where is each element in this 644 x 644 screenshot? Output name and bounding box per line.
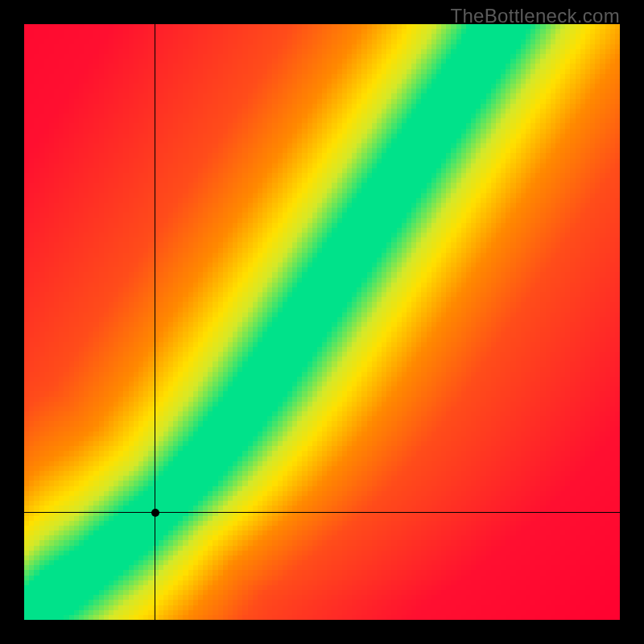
heatmap-canvas [24,24,620,620]
crosshair-vertical [155,24,155,620]
heatmap-plot [24,24,620,620]
crosshair-horizontal [24,512,620,513]
selection-marker [151,509,159,517]
watermark-text: TheBottleneck.com [450,5,620,27]
chart-frame: TheBottleneck.com [0,0,644,644]
